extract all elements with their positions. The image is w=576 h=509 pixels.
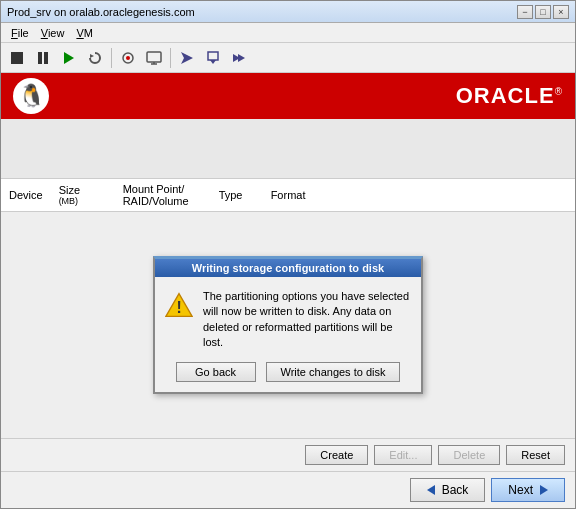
svg-rect-1 (38, 52, 42, 64)
menu-file[interactable]: File (5, 25, 35, 41)
dialog-body: ! The partitioning options you have sele… (155, 277, 421, 393)
svg-point-6 (126, 56, 130, 60)
toolbar-play-btn[interactable] (57, 46, 81, 70)
toolbar-send-btn[interactable] (175, 46, 199, 70)
oracle-banner: 🐧 ORACLE® (1, 73, 575, 119)
dialog-buttons: Go back Write changes to disk (165, 362, 411, 382)
reset-button[interactable]: Reset (506, 445, 565, 465)
window-controls: − □ × (517, 5, 569, 19)
write-storage-dialog: Writing storage configuration to disk ! … (153, 256, 423, 395)
next-button[interactable]: Next (491, 478, 565, 502)
toolbar-refresh-btn[interactable] (83, 46, 107, 70)
svg-rect-2 (44, 52, 48, 64)
create-button[interactable]: Create (305, 445, 368, 465)
go-back-button[interactable]: Go back (176, 362, 256, 382)
toolbar-separator-1 (111, 48, 112, 68)
toolbar-forward-btn[interactable] (227, 46, 251, 70)
toolbar-snapshot-btn[interactable] (116, 46, 140, 70)
svg-marker-14 (238, 54, 245, 62)
tux-icon: 🐧 (13, 78, 49, 114)
main-window: Prod_srv on oralab.oraclegenesis.com − □… (0, 0, 576, 509)
menu-vm[interactable]: VM (70, 25, 99, 41)
toolbar-stop-btn[interactable] (5, 46, 29, 70)
svg-rect-11 (208, 52, 218, 60)
svg-rect-0 (11, 52, 23, 64)
title-bar: Prod_srv on oralab.oraclegenesis.com − □… (1, 1, 575, 23)
svg-text:!: ! (176, 299, 181, 316)
back-arrow-icon (427, 485, 435, 495)
dialog-message-text: The partitioning options you have select… (203, 289, 411, 351)
warning-icon: ! (165, 291, 193, 319)
toolbar (1, 43, 575, 73)
window-title: Prod_srv on oralab.oraclegenesis.com (7, 6, 195, 18)
col-size: Size(MB) (59, 184, 107, 206)
svg-marker-4 (90, 54, 94, 58)
toolbar-screen-btn[interactable] (142, 46, 166, 70)
oracle-logo-area: 🐧 (13, 78, 57, 114)
dialog-message-row: ! The partitioning options you have sele… (165, 289, 411, 351)
next-arrow-icon (540, 485, 548, 495)
minimize-button[interactable]: − (517, 5, 533, 19)
edit-button[interactable]: Edit... (374, 445, 432, 465)
svg-marker-10 (181, 52, 193, 64)
toolbar-pause-btn[interactable] (31, 46, 55, 70)
oracle-logo: ORACLE® (456, 83, 563, 109)
toolbar-receive-btn[interactable] (201, 46, 225, 70)
col-mount: Mount Point/RAID/Volume (123, 183, 203, 207)
oracle-text: ORACLE® (456, 83, 563, 108)
restore-button[interactable]: □ (535, 5, 551, 19)
toolbar-separator-2 (170, 48, 171, 68)
column-headers: Device Size(MB) Mount Point/RAID/Volume … (1, 179, 575, 212)
delete-button[interactable]: Delete (438, 445, 500, 465)
close-button[interactable]: × (553, 5, 569, 19)
svg-marker-12 (210, 60, 216, 64)
menu-bar: File View VM (1, 23, 575, 43)
nav-buttons: Back Next (1, 471, 575, 508)
svg-rect-7 (147, 52, 161, 62)
write-changes-button[interactable]: Write changes to disk (266, 362, 401, 382)
back-button[interactable]: Back (410, 478, 486, 502)
partition-area: Writing storage configuration to disk ! … (1, 212, 575, 438)
menu-view[interactable]: View (35, 25, 71, 41)
col-device: Device (9, 189, 43, 201)
main-content: Device Size(MB) Mount Point/RAID/Volume … (1, 119, 575, 438)
bottom-actions: Create Edit... Delete Reset (1, 438, 575, 471)
col-format: Format (271, 189, 306, 201)
svg-marker-3 (64, 52, 74, 64)
dialog-title: Writing storage configuration to disk (155, 259, 421, 277)
col-type: Type (219, 189, 255, 201)
upper-gray-area (1, 119, 575, 179)
dialog-overlay: Writing storage configuration to disk ! … (1, 212, 575, 438)
